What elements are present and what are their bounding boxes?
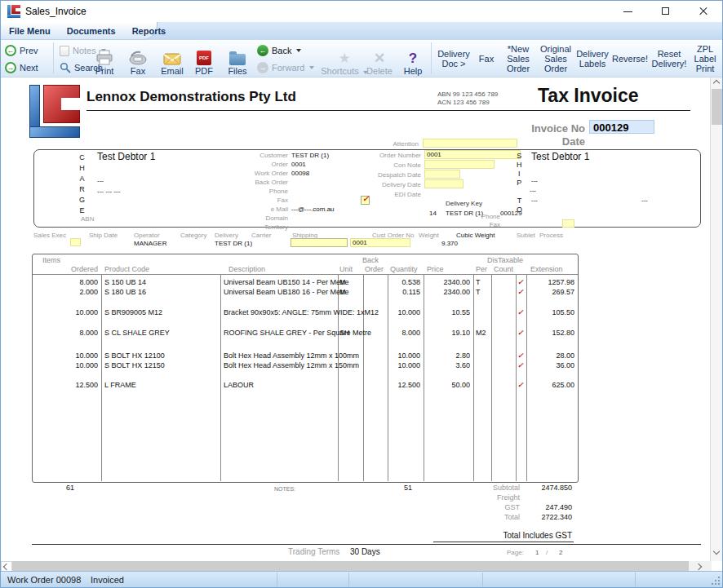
fax-button[interactable]: Fax (121, 42, 155, 76)
vertical-scrollbar[interactable] (710, 77, 722, 561)
table-row[interactable]: 10.000 S BOLT HX 12100 Bolt Hex Head Ass… (33, 351, 578, 361)
forward-button[interactable]: Forward (257, 60, 314, 76)
menu-documents[interactable]: Documents (67, 26, 116, 36)
cell-ordered: 8.000 (34, 329, 98, 337)
cell-qty: 10.000 (366, 361, 420, 369)
company-abn: ABN 99 123 456 789 (437, 91, 498, 98)
print-button[interactable]: Print (86, 42, 122, 76)
cell-desc: Universal Beam UB150 14 - Per Metre (224, 278, 349, 286)
files-button[interactable]: Files (220, 42, 255, 76)
fax-action-button[interactable]: Fax (472, 40, 500, 77)
new-sales-order-button[interactable]: *New Sales Order (500, 40, 536, 77)
scroll-right-icon[interactable] (696, 564, 701, 569)
table-row[interactable]: 12.500 L FRAME LABOUR 12.500 50.00 625.0… (33, 381, 578, 391)
cell-desc: Bolt Hex Head Assembly 12mm x 100mm (224, 351, 359, 360)
cell-desc: Universal Beam UB180 16 - Per Metre (224, 288, 349, 296)
scroll-up-icon[interactable] (714, 81, 719, 86)
help-label: Help (404, 66, 423, 76)
con-note-label: Con Note (339, 161, 421, 169)
cell-code: L FRAME (104, 381, 136, 389)
phone-label: Phone (206, 188, 288, 195)
attention-input[interactable] (423, 139, 517, 148)
email-button[interactable]: Email (155, 42, 189, 76)
cell-qty: 8.000 (366, 329, 420, 337)
con-note-input[interactable] (424, 160, 495, 169)
col-description: Description (228, 265, 265, 273)
table-row[interactable]: 10.000 S BR909005 M12 Bracket 90x90x5: A… (33, 308, 578, 318)
status-state: Invoiced (91, 575, 124, 585)
back-button[interactable]: Back (257, 42, 301, 59)
maximize-button[interactable] (647, 1, 685, 22)
table-row[interactable]: 2.000 S 180 UB 16 Universal Beam UB180 1… (33, 288, 578, 298)
help-icon (409, 51, 417, 65)
delete-button[interactable]: Delete (362, 42, 397, 76)
minimize-button[interactable] (610, 1, 647, 22)
cell-desc: Bracket 90x90x5: ANGLE: 75mm WIDE: 1xM12 (224, 308, 379, 316)
ship-fax-input[interactable] (562, 219, 574, 228)
col-order: Order (365, 265, 384, 273)
zpl-label-print-button[interactable]: ZPL Label Print (688, 40, 722, 77)
table-row[interactable]: 10.000 S BOLT HX 12150 Bolt Hex Head Ass… (33, 361, 578, 371)
group-back-label: Back (362, 256, 379, 264)
help-button[interactable]: Help (397, 42, 428, 76)
close-button[interactable] (685, 1, 722, 22)
charge-name: Test Debtor 1 (97, 151, 155, 162)
order-number-input[interactable]: 0001 (424, 150, 521, 159)
table-row[interactable]: 8.000 S 150 UB 14 Universal Beam UB150 1… (33, 278, 578, 288)
operator-label: Operator (134, 232, 160, 239)
menu-file[interactable]: File Menu (9, 26, 51, 36)
taxable-check-icon (517, 329, 526, 337)
includes-gst-rule (433, 542, 574, 542)
cust-order-no-input[interactable]: 0001 (350, 238, 410, 247)
next-button[interactable]: Next (5, 60, 38, 76)
pdf-button[interactable]: PDF (189, 42, 220, 76)
reverse-button[interactable]: Reverse! (611, 40, 649, 77)
header-rule (86, 110, 690, 111)
menu-reports[interactable]: Reports (132, 26, 166, 36)
cell-price: 3.60 (424, 361, 470, 369)
page-label: Page: (507, 549, 524, 556)
delivery-labels-button[interactable]: Delivery Labels (574, 40, 611, 77)
delete-label: Delete (366, 66, 393, 76)
col-quantity: Quantity (390, 265, 418, 273)
domain-label: Domain (206, 214, 288, 222)
app-window: Sales_Invoice File Menu Documents Report… (0, 0, 723, 588)
prev-button[interactable]: Prev (5, 42, 38, 59)
prev-icon (5, 45, 16, 56)
ship-fax-label: Fax (419, 221, 500, 228)
despatch-date-input[interactable] (424, 170, 460, 179)
group-distax-label: DisTaxable (487, 256, 523, 264)
fax-label: Fax (131, 66, 145, 76)
table-row[interactable]: 8.000 S CL SHALE GREY ROOFING SHALE GREY… (33, 329, 578, 338)
col-count: Count (494, 265, 513, 273)
scroll-down-icon[interactable] (714, 549, 719, 554)
cell-unit: SH (339, 329, 350, 337)
original-sales-order-button[interactable]: Original Sales Order (536, 40, 575, 77)
window-title: Sales_Invoice (25, 6, 86, 17)
sublet-label: Sublet (517, 232, 535, 239)
delivery-date-input[interactable] (424, 179, 464, 188)
shortcuts-label: Shortcuts (321, 66, 358, 76)
charge-addr2: --- --- --- (97, 188, 120, 195)
shipping-input[interactable] (291, 238, 348, 247)
charge-abn-label: ABN (81, 215, 94, 223)
invoice-no-field[interactable]: 000129 (589, 120, 654, 134)
freight-label: Freight (455, 493, 520, 502)
cell-qty: 10.000 (366, 308, 420, 316)
reset-delivery-button[interactable]: Reset Delivery! (649, 40, 690, 77)
delivery-doc-button[interactable]: Delivery Doc > (433, 40, 474, 77)
trading-terms-value: 30 Days (350, 547, 380, 556)
order-label: Order (206, 161, 288, 168)
document-title: Tax Invoice (538, 85, 639, 107)
cell-desc: Bolt Hex Head Assembly 12mm x 150mm (224, 361, 359, 369)
taxable-check-icon (517, 308, 526, 316)
vertical-scroll-thumb[interactable] (712, 89, 722, 125)
territory-label: Territory (206, 223, 288, 231)
minimize-icon (623, 11, 632, 12)
col-unit: Unit (339, 265, 353, 273)
carrier-label: Carrier (251, 232, 271, 239)
resize-grip[interactable] (711, 576, 721, 586)
cell-unit: M (339, 278, 346, 286)
ship-date-input[interactable] (70, 238, 81, 246)
cell-ordered: 2.000 (34, 288, 98, 296)
